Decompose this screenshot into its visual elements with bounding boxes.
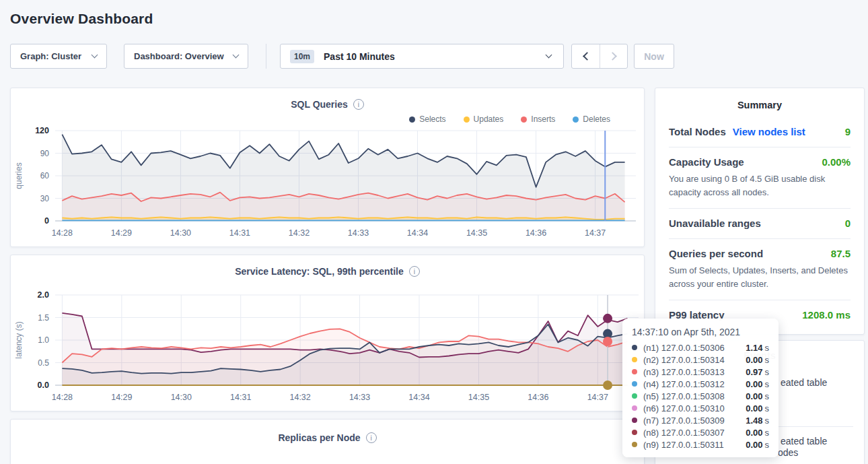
tooltip-node-label: (n8) 127.0.0.1:50307 xyxy=(643,428,740,438)
legend-label: Selects xyxy=(419,114,445,124)
tooltip-node-unit: s xyxy=(765,391,770,401)
latency-panel: Service Latency: SQL, 99th percentile 0.… xyxy=(10,255,645,411)
node-color-dot-icon xyxy=(632,405,637,411)
event-item-text: odes xyxy=(778,447,798,458)
next-time-button[interactable] xyxy=(600,44,627,68)
legend-item: Updates xyxy=(464,114,504,124)
summary-row-label: Unavailable ranges xyxy=(669,218,761,229)
chevron-down-icon xyxy=(233,52,240,59)
tooltip-node-label: (n7) 127.0.0.1:50309 xyxy=(643,416,740,426)
tooltip-row: (n1) 127.0.0.1:503061.14s xyxy=(632,341,769,354)
svg-text:14:37: 14:37 xyxy=(585,228,606,238)
svg-text:14:29: 14:29 xyxy=(111,228,132,238)
svg-text:120: 120 xyxy=(35,126,49,135)
legend-dot-icon xyxy=(573,117,579,123)
tooltip-row: (n6) 127.0.0.1:503100.00s xyxy=(632,402,769,414)
charts-column: SQL Queries SelectsUpdatesInsertsDeletes… xyxy=(10,88,645,464)
prev-time-button[interactable] xyxy=(572,44,600,68)
latency-title: Service Latency: SQL, 99th percentile xyxy=(235,266,404,277)
tooltip-node-unit: s xyxy=(765,379,770,389)
summary-row-label: Capacity Usage xyxy=(669,156,744,168)
svg-text:14:34: 14:34 xyxy=(407,228,428,238)
summary-rows: Total NodesView nodes list9Capacity Usag… xyxy=(669,117,851,330)
page-title: Overview Dashboard xyxy=(0,0,868,27)
svg-text:14:33: 14:33 xyxy=(349,393,370,402)
svg-text:14:30: 14:30 xyxy=(171,393,192,402)
legend-dot-icon xyxy=(464,117,470,123)
summary-row: Total NodesView nodes list9 xyxy=(669,117,851,147)
svg-text:14:35: 14:35 xyxy=(466,228,487,238)
view-nodes-list-link[interactable]: View nodes list xyxy=(733,126,805,137)
tooltip-rows: (n1) 127.0.0.1:503061.14s(n2) 127.0.0.1:… xyxy=(632,341,769,451)
tooltip-node-value: 0.00 xyxy=(746,428,762,438)
tooltip-node-value: 0.00 xyxy=(746,391,762,401)
summary-row-description: Sum of Selects, Updates, Inserts, and De… xyxy=(669,264,851,290)
tooltip-node-label: (n4) 127.0.0.1:50312 xyxy=(643,379,740,389)
replicas-title: Replicas per Node xyxy=(278,432,360,443)
summary-row-value: 9 xyxy=(845,126,851,137)
tooltip-node-unit: s xyxy=(765,343,770,353)
summary-row-label: Queries per second xyxy=(669,248,763,259)
info-icon[interactable] xyxy=(353,99,364,110)
svg-text:14:32: 14:32 xyxy=(289,228,310,238)
svg-text:0: 0 xyxy=(44,216,49,226)
legend-label: Inserts xyxy=(531,114,555,124)
node-color-dot-icon xyxy=(632,357,637,362)
time-nav xyxy=(571,44,628,69)
tooltip-node-label: (n5) 127.0.0.1:50308 xyxy=(643,391,740,401)
legend-item: Selects xyxy=(409,114,445,124)
svg-text:14:34: 14:34 xyxy=(408,393,429,402)
svg-text:14:28: 14:28 xyxy=(52,393,73,402)
now-button[interactable]: Now xyxy=(634,44,674,69)
dashboard-dropdown[interactable]: Dashboard: Overview xyxy=(124,44,248,69)
tooltip-node-value: 0.00 xyxy=(746,440,762,450)
svg-text:14:37: 14:37 xyxy=(587,393,608,402)
tooltip-row: (n5) 127.0.0.1:503080.00s xyxy=(632,390,769,402)
summary-heading: Summary xyxy=(669,98,851,117)
summary-row: Capacity Usage0.00%You are using 0 B of … xyxy=(669,147,851,208)
time-range-picker[interactable]: 10m Past 10 Minutes xyxy=(280,44,564,69)
svg-text:14:30: 14:30 xyxy=(170,228,191,238)
summary-row-value: 1208.0 ms xyxy=(802,309,851,321)
tooltip-row: (n2) 127.0.0.1:503140.00s xyxy=(632,354,769,366)
tooltip-row: (n8) 127.0.0.1:503070.00s xyxy=(632,426,769,438)
tooltip-node-value: 1.14 xyxy=(746,343,762,353)
latency-chart[interactable]: 0.00.51.01.52.014:2814:2914:3014:3114:32… xyxy=(11,290,644,405)
svg-text:14:35: 14:35 xyxy=(468,393,489,402)
legend-item: Inserts xyxy=(521,114,555,124)
svg-text:14:28: 14:28 xyxy=(52,228,73,238)
sql-queries-chart[interactable]: 030609012014:2814:2914:3014:3114:3214:33… xyxy=(11,125,644,241)
tooltip-node-label: (n6) 127.0.0.1:50310 xyxy=(643,403,740,413)
node-color-dot-icon xyxy=(632,418,637,423)
node-color-dot-icon xyxy=(632,345,637,350)
tooltip-node-unit: s xyxy=(765,440,770,450)
info-icon[interactable] xyxy=(366,432,377,443)
tooltip-node-label: (n2) 127.0.0.1:50314 xyxy=(643,355,740,365)
sql-queries-panel: SQL Queries SelectsUpdatesInsertsDeletes… xyxy=(10,88,645,247)
tooltip-row: (n9) 127.0.0.1:503110.00s xyxy=(632,438,769,451)
svg-text:latency (s): latency (s) xyxy=(14,321,24,358)
svg-text:1.5: 1.5 xyxy=(38,313,49,323)
svg-text:0.0: 0.0 xyxy=(38,380,49,390)
tooltip-title: 14:37:10 on Apr 5th, 2021 xyxy=(632,327,769,337)
graph-dropdown[interactable]: Graph: Cluster xyxy=(10,44,107,69)
tooltip-node-label: (n9) 127.0.0.1:50311 xyxy=(643,440,740,450)
svg-text:14:31: 14:31 xyxy=(230,393,251,402)
node-color-dot-icon xyxy=(632,430,637,435)
info-icon[interactable] xyxy=(409,266,420,277)
summary-row-value: 0 xyxy=(845,218,851,229)
graph-dropdown-label: Graph: Cluster xyxy=(20,51,81,61)
tooltip-node-label: (n3) 127.0.0.1:50313 xyxy=(643,367,740,377)
svg-text:14:36: 14:36 xyxy=(528,393,548,402)
svg-text:14:32: 14:32 xyxy=(289,393,310,402)
tooltip-node-value: 0.97 xyxy=(746,367,762,377)
event-item-text: eated table xyxy=(781,377,827,388)
tooltip-row: (n4) 127.0.0.1:503120.00s xyxy=(632,378,769,390)
chevron-right-icon xyxy=(608,52,617,61)
node-color-dot-icon xyxy=(632,369,637,374)
tooltip-node-value: 0.00 xyxy=(746,379,762,389)
legend-dot-icon xyxy=(521,117,527,123)
svg-text:30: 30 xyxy=(40,194,50,203)
node-color-dot-icon xyxy=(632,442,637,447)
legend-item: Deletes xyxy=(573,114,610,124)
